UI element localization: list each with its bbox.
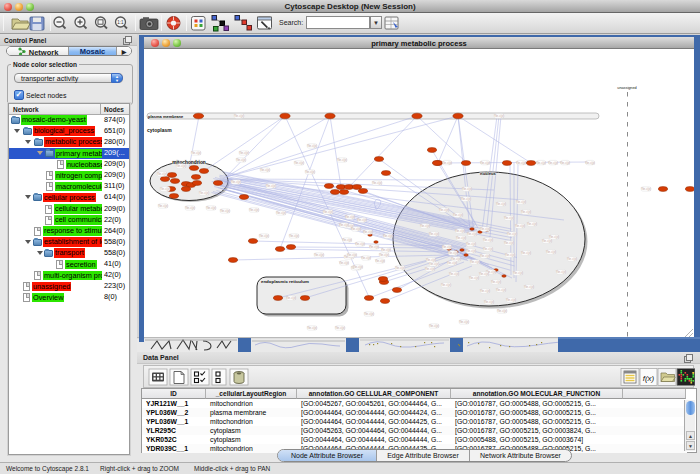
svg-text:cytoplasm: cytoplasm (147, 127, 172, 133)
svg-text:Ybr-c(p): Ybr-c(p) (307, 326, 317, 330)
svg-text:Ybr-c(p): Ybr-c(p) (239, 151, 249, 155)
svg-text:Ybr-c(p): Ybr-c(p) (425, 267, 435, 271)
svg-text:Ybr-c(p): Ybr-c(p) (395, 266, 405, 270)
svg-text:Ybr-c(p): Ybr-c(p) (469, 276, 479, 280)
svg-text:Ybr-c(p): Ybr-c(p) (448, 251, 458, 255)
svg-text:Ybr-c(p): Ybr-c(p) (342, 238, 352, 242)
svg-text:Ybr-c(p): Ybr-c(p) (585, 161, 595, 165)
svg-text:Ybr-c(p): Ybr-c(p) (479, 272, 489, 276)
svg-text:Ybr-c(p): Ybr-c(p) (160, 187, 170, 191)
svg-text:Ybr-c(p): Ybr-c(p) (480, 254, 490, 258)
svg-text:Ybr-c(p): Ybr-c(p) (383, 234, 393, 238)
svg-text:Ybr-c(p): Ybr-c(p) (560, 161, 570, 165)
svg-text:Ybr-c(p): Ybr-c(p) (199, 191, 209, 195)
svg-text:Ybr-c(p): Ybr-c(p) (231, 180, 241, 184)
svg-text:Ybr-c(p): Ybr-c(p) (453, 213, 463, 217)
svg-text:Ybr-c(p): Ybr-c(p) (439, 208, 449, 212)
svg-text:Ybr-c(p): Ybr-c(p) (513, 271, 523, 275)
svg-text:Ybr-c(p): Ybr-c(p) (363, 230, 373, 234)
svg-text:Ybr-c(p): Ybr-c(p) (507, 232, 517, 236)
svg-text:Ybr-c(p): Ybr-c(p) (567, 257, 577, 261)
svg-text:Ybr-c(p): Ybr-c(p) (515, 224, 525, 228)
svg-text:Ybr-c(p): Ybr-c(p) (497, 309, 507, 313)
svg-text:Ybr-c(p): Ybr-c(p) (353, 265, 363, 269)
svg-text:Ybr-c(p): Ybr-c(p) (157, 172, 167, 176)
svg-text:Ybr-c(p): Ybr-c(p) (536, 161, 546, 165)
svg-text:Ybr-c(p): Ybr-c(p) (442, 161, 452, 165)
svg-text:Ybr-c(p): Ybr-c(p) (220, 209, 230, 213)
svg-text:Ybr-c(p): Ybr-c(p) (521, 210, 531, 214)
svg-text:Ybr-c(p): Ybr-c(p) (375, 259, 385, 263)
svg-text:Ybr-c(p): Ybr-c(p) (426, 258, 436, 262)
svg-text:Ybr-c(p): Ybr-c(p) (466, 249, 476, 253)
svg-text:Ybr-c(p): Ybr-c(p) (266, 184, 276, 188)
svg-text:Ybr-c(p): Ybr-c(p) (546, 250, 556, 254)
svg-text:Ybr-c(p): Ybr-c(p) (234, 114, 244, 118)
svg-text:Ybr-c(p): Ybr-c(p) (206, 206, 216, 210)
svg-text:Ybr-c(p): Ybr-c(p) (307, 144, 317, 148)
svg-text:Ybr-c(p): Ybr-c(p) (505, 253, 515, 257)
svg-text:endoplasmic reticulum: endoplasmic reticulum (261, 279, 309, 284)
svg-text:unassigned: unassigned (617, 86, 636, 90)
svg-text:Ybr-c(p): Ybr-c(p) (480, 227, 490, 231)
svg-text:Ybr-c(p): Ybr-c(p) (289, 234, 299, 238)
svg-text:Ybr-c(p): Ybr-c(p) (480, 289, 490, 293)
svg-text:Ybr-c(p): Ybr-c(p) (260, 168, 270, 172)
svg-text:Ybr-c(p): Ybr-c(p) (466, 242, 476, 246)
svg-text:Ybr-c(p): Ybr-c(p) (335, 326, 345, 330)
svg-text:Ybr-c(p): Ybr-c(p) (447, 261, 457, 265)
svg-text:Ybr-c(p): Ybr-c(p) (420, 224, 430, 228)
svg-text:plasma membrane: plasma membrane (148, 114, 184, 119)
svg-text:Ybr-c(p): Ybr-c(p) (361, 256, 371, 260)
svg-text:Ybr-c(p): Ybr-c(p) (449, 272, 459, 276)
svg-text:Ybr-c(p): Ybr-c(p) (455, 229, 465, 233)
svg-text:Ybr-c(p): Ybr-c(p) (357, 218, 367, 222)
svg-text:Ybr-c(p): Ybr-c(p) (456, 236, 466, 240)
svg-text:Ybr-c(p): Ybr-c(p) (364, 312, 374, 316)
svg-text:Ybr-c(p): Ybr-c(p) (442, 245, 452, 249)
svg-text:Ybr-c(p): Ybr-c(p) (461, 197, 471, 201)
svg-text:Ybr-c(p): Ybr-c(p) (369, 245, 379, 249)
svg-text:Ybr-c(p): Ybr-c(p) (259, 234, 269, 238)
svg-text:Ybr-c(p): Ybr-c(p) (276, 211, 286, 215)
svg-text:Ybr-c(p): Ybr-c(p) (429, 232, 439, 236)
svg-text:Ybr-c(p): Ybr-c(p) (381, 248, 391, 252)
svg-text:Ybr-c(p): Ybr-c(p) (441, 283, 451, 287)
svg-text:Ybr-c(p): Ybr-c(p) (504, 216, 514, 220)
svg-text:Ybr-c(p): Ybr-c(p) (314, 253, 324, 257)
svg-text:Ybr-c(p): Ybr-c(p) (504, 241, 514, 245)
svg-text:Ybr-c(p): Ybr-c(p) (337, 158, 347, 162)
svg-text:Ybr-c(p): Ybr-c(p) (191, 151, 201, 155)
svg-text:Ybr-c(p): Ybr-c(p) (542, 239, 552, 243)
svg-text:1:1: 1:1 (117, 20, 124, 25)
svg-text:Ybr-c(p): Ybr-c(p) (323, 210, 333, 214)
svg-text:Ybr-c(p): Ybr-c(p) (347, 253, 357, 257)
svg-text:Ybr-c(p): Ybr-c(p) (483, 247, 493, 251)
svg-text:Ybr-c(p): Ybr-c(p) (496, 202, 506, 206)
svg-text:Ybr-c(p): Ybr-c(p) (480, 161, 490, 165)
svg-text:Ybr-c(p): Ybr-c(p) (467, 232, 477, 236)
svg-text:Ybr-c(p): Ybr-c(p) (496, 288, 506, 292)
svg-text:Ybr-c(p): Ybr-c(p) (286, 296, 296, 300)
svg-text:nucleus: nucleus (480, 171, 496, 176)
svg-text:Ybr-c(p): Ybr-c(p) (339, 261, 349, 265)
svg-text:Ybr-c(p): Ybr-c(p) (470, 260, 480, 264)
svg-text:Ybr-c(p): Ybr-c(p) (491, 280, 501, 284)
svg-text:Ybr-c(p): Ybr-c(p) (483, 238, 493, 242)
svg-text:Ybr-c(p): Ybr-c(p) (556, 270, 566, 274)
svg-text:Ybr-c(p): Ybr-c(p) (548, 161, 558, 165)
svg-text:Ybr-c(p): Ybr-c(p) (176, 164, 186, 168)
svg-text:Ybr-c(p): Ybr-c(p) (429, 324, 439, 328)
svg-text:Ybr-c(p): Ybr-c(p) (516, 161, 526, 165)
svg-text:Ybr-c(p): Ybr-c(p) (521, 251, 531, 255)
svg-text:Ybr-c(p): Ybr-c(p) (355, 242, 365, 246)
svg-text:Ybr-c(p): Ybr-c(p) (429, 262, 439, 266)
svg-text:Ybr-c(p): Ybr-c(p) (494, 114, 504, 118)
svg-text:f(x): f(x) (643, 374, 655, 383)
svg-text:Ybr-c(p): Ybr-c(p) (305, 170, 315, 174)
svg-text:Ybr-c(p): Ybr-c(p) (236, 158, 246, 162)
svg-text:Ybr-c(p): Ybr-c(p) (185, 206, 195, 210)
svg-text:Ybr-c(p): Ybr-c(p) (462, 187, 472, 191)
svg-text:Ybr-c(p): Ybr-c(p) (294, 161, 304, 165)
svg-text:Ybr-c(p): Ybr-c(p) (459, 320, 469, 324)
